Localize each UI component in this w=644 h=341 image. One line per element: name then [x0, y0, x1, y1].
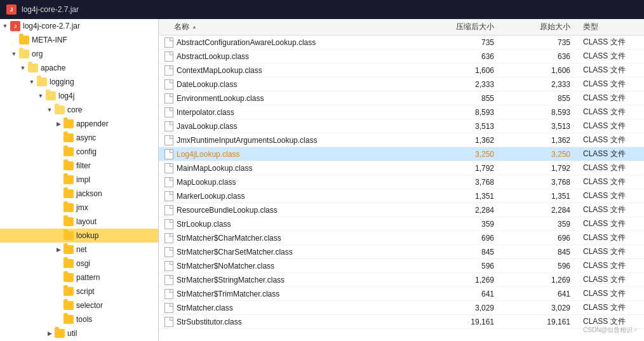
class-file-icon [164, 135, 174, 145]
tree-item-meta-inf[interactable]: META-INF [0, 33, 158, 47]
file-row[interactable]: MainMapLookup.class1,7921,792CLASS 文件 [159, 161, 644, 175]
file-type: CLASS 文件 [580, 274, 644, 285]
file-row[interactable]: AbstractConfigurationAwareLookup.class73… [159, 36, 644, 50]
class-file-icon [164, 219, 174, 229]
tree-item-selector[interactable]: selector [0, 298, 158, 312]
tree-label-osgi: osgi [76, 259, 90, 268]
file-type: CLASS 文件 [580, 204, 644, 215]
file-row[interactable]: ContextMapLookup.class1,6061,606CLASS 文件 [159, 64, 644, 77]
tree-item-root[interactable]: Jlog4j-core-2.7.jar [0, 19, 158, 33]
tree-label-pattern: pattern [76, 273, 100, 282]
col-header-name[interactable]: 名称 ▲ [159, 22, 428, 32]
file-row[interactable]: StrMatcher$CharMatcher.class696696CLASS … [159, 231, 644, 245]
tree-item-config[interactable]: config [0, 145, 158, 159]
col-header-type[interactable]: 类型 [580, 22, 644, 32]
file-row[interactable]: JavaLookup.class3,5133,513CLASS 文件 [159, 119, 644, 133]
tree-item-util[interactable]: util [0, 326, 158, 340]
tree-label-filter: filter [76, 161, 91, 170]
title-bar: J log4j-core-2.7.jar [0, 0, 644, 19]
file-compressed: 19,161 [428, 318, 504, 326]
file-name: StrMatcher$NoMatcher.class [177, 262, 428, 271]
file-name: StrSubstitutor.class [177, 318, 428, 326]
tree-item-jmx[interactable]: jmx [0, 201, 158, 215]
tree-arrow-apache [18, 63, 28, 73]
file-row[interactable]: DateLookup.class2,3332,333CLASS 文件 [159, 77, 644, 91]
tree-item-log4j[interactable]: log4j [0, 89, 158, 103]
file-row[interactable]: EnvironmentLookup.class855855CLASS 文件 [159, 91, 644, 105]
tree-arrow-util [44, 328, 55, 338]
tree-item-jackson[interactable]: jackson [0, 187, 158, 201]
tree-item-async[interactable]: async [0, 131, 158, 145]
file-type: CLASS 文件 [580, 93, 644, 104]
tree-item-layout[interactable]: layout [0, 215, 158, 229]
tree-item-org[interactable]: org [0, 47, 158, 61]
file-type: CLASS 文件 [580, 79, 644, 90]
tree-item-impl[interactable]: impl [0, 173, 158, 187]
file-row[interactable]: Interpolator.class8,5938,593CLASS 文件 [159, 105, 644, 119]
col-header-compressed[interactable]: 压缩后大小 [428, 22, 504, 32]
tree-label-script: script [76, 287, 95, 296]
tree-item-net[interactable]: net [0, 243, 158, 257]
tree-arrow-logging [27, 77, 37, 87]
file-name: JavaLookup.class [177, 122, 428, 131]
file-compressed: 3,768 [428, 178, 504, 187]
file-row[interactable]: StrMatcher$CharSetMatcher.class845845CLA… [159, 245, 644, 259]
file-row[interactable]: StrMatcher.class3,0293,029CLASS 文件 [159, 301, 644, 315]
file-row[interactable]: StrMatcher$NoMatcher.class596596CLASS 文件 [159, 259, 644, 273]
file-original: 1,362 [504, 136, 580, 145]
file-original: 1,351 [504, 192, 580, 201]
file-row[interactable]: StrMatcher$StringMatcher.class1,2691,269… [159, 273, 644, 287]
file-row[interactable]: JmxRuntimeInputArgumentsLookup.class1,36… [159, 133, 644, 147]
tree-item-pattern[interactable]: pattern [0, 271, 158, 284]
file-type: CLASS 文件 [580, 288, 644, 299]
tree-item-appender[interactable]: appender [0, 117, 158, 131]
tree-label-selector: selector [76, 301, 103, 310]
file-row[interactable]: StrSubstitutor.class19,16119,161CLASS 文件 [159, 315, 644, 329]
file-row[interactable]: StrMatcher$TrimMatcher.class641641CLASS … [159, 287, 644, 301]
file-row[interactable]: AbstractLookup.class636636CLASS 文件 [159, 50, 644, 64]
class-file-icon [164, 289, 174, 299]
class-file-icon [164, 275, 174, 285]
file-tree: Jlog4j-core-2.7.jarMETA-INForgapachelogg… [0, 19, 159, 341]
col-header-original[interactable]: 原始大小 [504, 22, 580, 32]
file-name: AbstractLookup.class [177, 52, 428, 61]
file-original: 1,269 [504, 276, 580, 284]
file-type: CLASS 文件 [580, 149, 644, 159]
class-file-icon [164, 79, 174, 90]
file-compressed: 3,250 [428, 150, 504, 159]
tree-item-filter[interactable]: filter [0, 159, 158, 173]
file-name: MapLookup.class [177, 178, 428, 187]
file-list-body[interactable]: AbstractConfigurationAwareLookup.class73… [159, 36, 644, 341]
class-file-icon [164, 247, 174, 257]
tree-item-logging[interactable]: logging [0, 75, 158, 89]
tree-item-script[interactable]: script [0, 284, 158, 298]
tree-item-osgi[interactable]: osgi [0, 257, 158, 271]
folder-icon-pattern [64, 273, 74, 282]
class-file-icon [164, 205, 174, 215]
file-row[interactable]: MarkerLookup.class1,3511,351CLASS 文件 [159, 189, 644, 203]
tree-item-tools[interactable]: tools [0, 312, 158, 326]
file-row[interactable]: StrLookup.class359359CLASS 文件 [159, 217, 644, 231]
app-icon: J [6, 4, 17, 15]
file-type: CLASS 文件 [580, 37, 644, 48]
tree-label-lookup: lookup [76, 231, 98, 240]
file-original: 3,250 [504, 150, 580, 159]
file-row[interactable]: ResourceBundleLookup.class2,2842,284CLAS… [159, 203, 644, 217]
file-name: ContextMapLookup.class [177, 66, 428, 75]
tree-item-core[interactable]: core [0, 103, 158, 117]
file-original: 1,606 [504, 66, 580, 75]
file-row[interactable]: MapLookup.class3,7683,768CLASS 文件 [159, 175, 644, 189]
tree-arrow-log4j [36, 91, 46, 101]
file-type: CLASS 文件 [580, 232, 644, 243]
tree-item-apache[interactable]: apache [0, 61, 158, 75]
class-file-icon [164, 303, 174, 313]
tree-arrow-appender [53, 119, 64, 129]
file-row[interactable]: Log4jLookup.class3,2503,250CLASS 文件 [159, 147, 644, 161]
folder-icon-async [64, 133, 74, 142]
tree-item-lookup[interactable]: lookup [0, 229, 158, 243]
file-name: StrMatcher$StringMatcher.class [177, 276, 428, 284]
folder-icon-layout [64, 217, 74, 226]
class-file-icon [164, 261, 174, 271]
file-compressed: 845 [428, 248, 504, 257]
class-file-icon [164, 121, 174, 131]
